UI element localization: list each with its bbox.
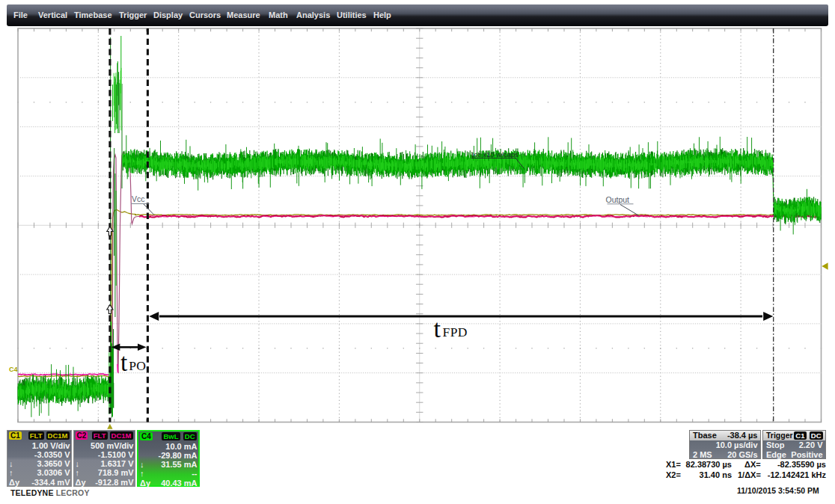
svg-text:t: t (120, 348, 128, 376)
svg-text:C4: C4 (9, 366, 18, 373)
svg-text:Icc x10 w/caps: Icc x10 w/caps (472, 150, 519, 159)
svg-text:PO: PO (129, 358, 146, 373)
svg-text:FPD: FPD (443, 325, 468, 339)
svg-text:Vcc: Vcc (132, 194, 145, 203)
svg-text:t: t (434, 315, 441, 342)
svg-text:Output: Output (606, 195, 630, 204)
